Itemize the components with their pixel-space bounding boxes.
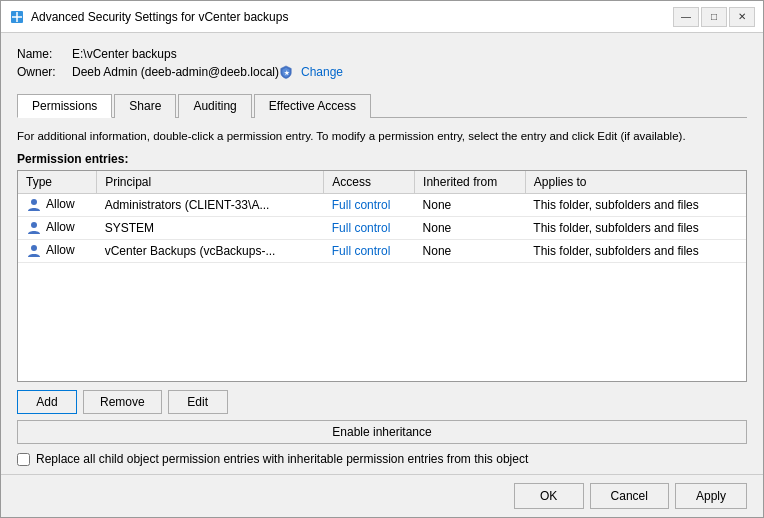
cell-inherited-from: None xyxy=(415,217,526,240)
cell-principal: Administrators (CLIENT-33\A... xyxy=(97,194,324,217)
table-header-row: Type Principal Access Inherited from App… xyxy=(18,171,746,194)
cell-access: Full control xyxy=(324,217,415,240)
svg-point-4 xyxy=(31,245,37,251)
owner-label: Owner: xyxy=(17,65,72,79)
ok-button[interactable]: OK xyxy=(514,483,584,509)
name-value: E:\vCenter backups xyxy=(72,47,177,61)
svg-point-3 xyxy=(31,222,37,228)
enable-inheritance-button[interactable]: Enable inheritance xyxy=(17,420,747,444)
tab-effective-access[interactable]: Effective Access xyxy=(254,94,371,118)
window-title: Advanced Security Settings for vCenter b… xyxy=(31,10,673,24)
minimize-button[interactable]: — xyxy=(673,7,699,27)
name-row: Name: E:\vCenter backups xyxy=(17,47,747,61)
title-bar: Advanced Security Settings for vCenter b… xyxy=(1,1,763,33)
replace-checkbox-text: Replace all child object permission entr… xyxy=(36,452,528,466)
tabs-container: Permissions Share Auditing Effective Acc… xyxy=(17,93,747,118)
description-text: For additional information, double-click… xyxy=(17,128,747,144)
replace-checkbox-label[interactable]: Replace all child object permission entr… xyxy=(17,452,747,466)
edit-button[interactable]: Edit xyxy=(168,390,228,414)
cell-type: Allow xyxy=(18,217,97,240)
window-icon xyxy=(9,9,25,25)
cell-access: Full control xyxy=(324,240,415,263)
close-button[interactable]: ✕ xyxy=(729,7,755,27)
cell-principal: vCenter Backups (vcBackups-... xyxy=(97,240,324,263)
action-buttons: Add Remove Edit xyxy=(17,390,747,414)
user-icon xyxy=(26,243,42,259)
main-window: Advanced Security Settings for vCenter b… xyxy=(0,0,764,518)
cell-principal: SYSTEM xyxy=(97,217,324,240)
cell-applies-to: This folder, subfolders and files xyxy=(525,217,746,240)
permission-entries-label: Permission entries: xyxy=(17,152,747,166)
tab-share[interactable]: Share xyxy=(114,94,176,118)
col-type: Type xyxy=(18,171,97,194)
col-access: Access xyxy=(324,171,415,194)
remove-button[interactable]: Remove xyxy=(83,390,162,414)
replace-checkbox[interactable] xyxy=(17,453,30,466)
permissions-table-container: Type Principal Access Inherited from App… xyxy=(17,170,747,382)
col-principal: Principal xyxy=(97,171,324,194)
table-row[interactable]: AllowAdministrators (CLIENT-33\A...Full … xyxy=(18,194,746,217)
table-row[interactable]: AllowSYSTEMFull controlNoneThis folder, … xyxy=(18,217,746,240)
cell-type: Allow xyxy=(18,240,97,263)
cell-inherited-from: None xyxy=(415,194,526,217)
window-controls: — □ ✕ xyxy=(673,7,755,27)
tab-permissions[interactable]: Permissions xyxy=(17,94,112,118)
apply-button[interactable]: Apply xyxy=(675,483,747,509)
main-content: Name: E:\vCenter backups Owner: Deeb Adm… xyxy=(1,33,763,474)
cancel-button[interactable]: Cancel xyxy=(590,483,669,509)
user-icon xyxy=(26,197,42,213)
maximize-button[interactable]: □ xyxy=(701,7,727,27)
col-inherited-from: Inherited from xyxy=(415,171,526,194)
owner-value: Deeb Admin (deeb-admin@deeb.local) xyxy=(72,65,279,79)
permissions-table: Type Principal Access Inherited from App… xyxy=(18,171,746,263)
cell-applies-to: This folder, subfolders and files xyxy=(525,194,746,217)
user-icon xyxy=(26,220,42,236)
footer: OK Cancel Apply xyxy=(1,474,763,517)
cell-inherited-from: None xyxy=(415,240,526,263)
add-button[interactable]: Add xyxy=(17,390,77,414)
tab-auditing[interactable]: Auditing xyxy=(178,94,251,118)
cell-access: Full control xyxy=(324,194,415,217)
change-link[interactable]: Change xyxy=(301,65,343,79)
name-label: Name: xyxy=(17,47,72,61)
table-row[interactable]: AllowvCenter Backups (vcBackups-...Full … xyxy=(18,240,746,263)
cell-applies-to: This folder, subfolders and files xyxy=(525,240,746,263)
col-applies-to: Applies to xyxy=(525,171,746,194)
owner-row: Owner: Deeb Admin (deeb-admin@deeb.local… xyxy=(17,65,747,79)
shield-icon: ★ xyxy=(279,65,293,79)
svg-point-2 xyxy=(31,199,37,205)
cell-type: Allow xyxy=(18,194,97,217)
